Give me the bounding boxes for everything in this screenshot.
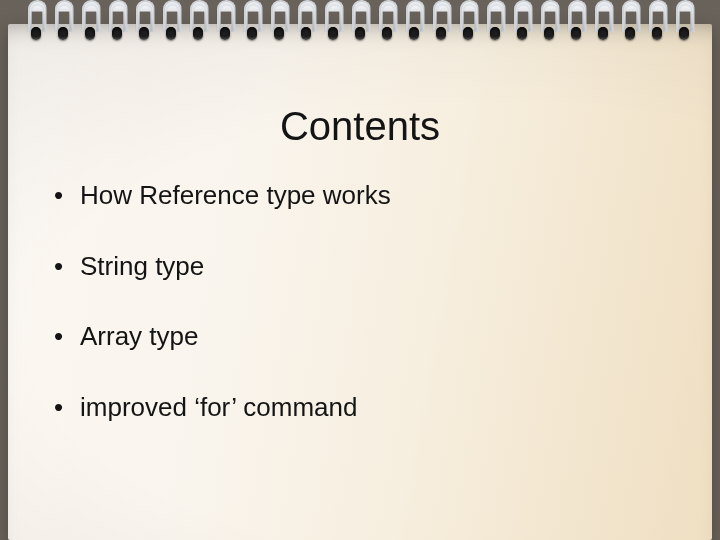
ring-hole-icon xyxy=(679,27,689,40)
ring-hole-icon xyxy=(328,27,338,40)
spiral-ring xyxy=(536,0,563,48)
bullet-list: How Reference type works String type Arr… xyxy=(48,179,672,423)
ring-hole-icon xyxy=(436,27,446,40)
spiral-ring xyxy=(455,0,482,48)
spiral-ring xyxy=(509,0,536,48)
spiral-ring xyxy=(131,0,158,48)
list-item: improved ‘for’ command xyxy=(54,391,672,424)
spiral-ring xyxy=(293,0,320,48)
ring-hole-icon xyxy=(517,27,527,40)
ring-hole-icon xyxy=(301,27,311,40)
spiral-ring xyxy=(104,0,131,48)
list-item: Array type xyxy=(54,320,672,353)
spiral-ring xyxy=(50,0,77,48)
list-item: String type xyxy=(54,250,672,283)
spiral-ring xyxy=(428,0,455,48)
spiral-ring xyxy=(590,0,617,48)
slide-title: Contents xyxy=(48,104,672,149)
ring-hole-icon xyxy=(355,27,365,40)
spiral-ring xyxy=(374,0,401,48)
spiral-ring xyxy=(158,0,185,48)
ring-hole-icon xyxy=(247,27,257,40)
ring-hole-icon xyxy=(58,27,68,40)
ring-hole-icon xyxy=(166,27,176,40)
ring-hole-icon xyxy=(193,27,203,40)
ring-hole-icon xyxy=(220,27,230,40)
ring-hole-icon xyxy=(409,27,419,40)
spiral-ring xyxy=(347,0,374,48)
spiral-ring xyxy=(671,0,698,48)
ring-hole-icon xyxy=(139,27,149,40)
ring-hole-icon xyxy=(112,27,122,40)
spiral-ring xyxy=(266,0,293,48)
spiral-ring xyxy=(212,0,239,48)
slide-stage: Contents How Reference type works String… xyxy=(0,0,720,540)
spiral-ring xyxy=(23,0,50,48)
spiral-ring xyxy=(563,0,590,48)
ring-hole-icon xyxy=(598,27,608,40)
ring-hole-icon xyxy=(544,27,554,40)
ring-hole-icon xyxy=(85,27,95,40)
spiral-ring xyxy=(239,0,266,48)
notepad-page: Contents How Reference type works String… xyxy=(8,24,712,540)
spiral-ring xyxy=(644,0,671,48)
ring-hole-icon xyxy=(382,27,392,40)
spiral-ring xyxy=(77,0,104,48)
ring-hole-icon xyxy=(652,27,662,40)
spiral-ring xyxy=(320,0,347,48)
spiral-ring xyxy=(401,0,428,48)
slide-content: Contents How Reference type works String… xyxy=(48,104,672,461)
spiral-ring xyxy=(482,0,509,48)
list-item: How Reference type works xyxy=(54,179,672,212)
ring-hole-icon xyxy=(571,27,581,40)
spiral-ring xyxy=(617,0,644,48)
ring-hole-icon xyxy=(625,27,635,40)
ring-hole-icon xyxy=(31,27,41,40)
spiral-ring xyxy=(185,0,212,48)
ring-hole-icon xyxy=(490,27,500,40)
spiral-binding xyxy=(0,0,720,48)
ring-hole-icon xyxy=(463,27,473,40)
ring-hole-icon xyxy=(274,27,284,40)
